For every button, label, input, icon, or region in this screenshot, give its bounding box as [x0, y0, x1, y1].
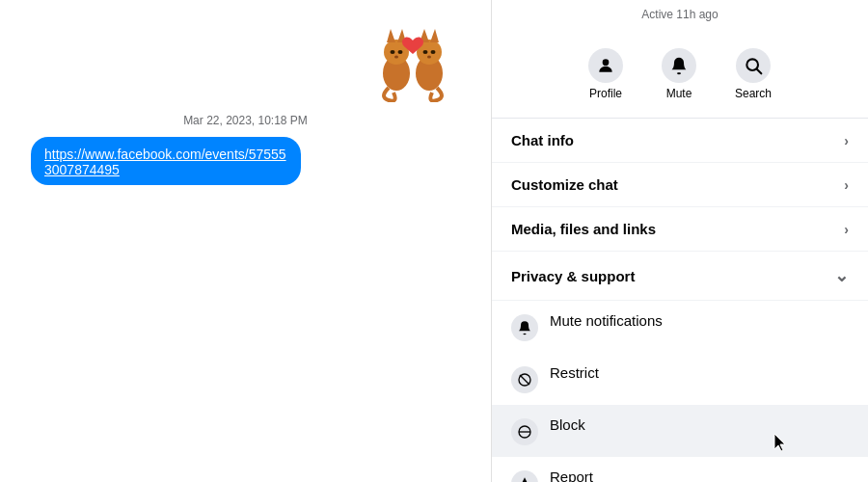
privacy-item-block[interactable]: Block	[492, 405, 868, 457]
menu-item-chat-info[interactable]: Chat info ›	[492, 119, 868, 163]
block-title: Block	[550, 416, 585, 433]
svg-point-11	[431, 50, 436, 54]
privacy-item-restrict[interactable]: Restrict	[492, 353, 868, 405]
sidebar: Active 11h ago Profile Mute	[492, 0, 868, 482]
profile-icon	[588, 48, 623, 83]
block-icon	[511, 418, 538, 445]
mute-button[interactable]: Mute	[642, 40, 716, 108]
menu-item-customize-chat[interactable]: Customize chat ›	[492, 163, 868, 207]
privacy-title: Privacy & support	[511, 268, 635, 284]
mute-notifications-content: Mute notifications	[550, 312, 663, 329]
customize-chat-chevron: ›	[844, 177, 849, 193]
chat-messages: Mar 22, 2023, 10:18 PM https://www.faceb…	[0, 0, 491, 482]
customize-chat-label: Customize chat	[511, 176, 618, 193]
privacy-header[interactable]: Privacy & support ⌄	[492, 252, 868, 301]
privacy-chevron: ⌄	[834, 265, 849, 286]
chat-info-label: Chat info	[511, 132, 574, 148]
svg-line-16	[757, 69, 762, 74]
sticker-area	[15, 15, 475, 102]
menu-list: Chat info › Customize chat › Media, file…	[492, 119, 868, 252]
privacy-section: Privacy & support ⌄ Mute notifications	[492, 252, 868, 482]
svg-marker-4	[387, 29, 395, 42]
chat-info-chevron: ›	[844, 133, 849, 148]
privacy-items: Mute notifications Restrict	[492, 301, 868, 482]
message-bubble[interactable]: https://www.facebook.com/events/57555300…	[31, 137, 301, 185]
chat-panel: Mar 22, 2023, 10:18 PM https://www.faceb…	[0, 0, 492, 482]
svg-point-8	[391, 50, 395, 54]
message-link[interactable]: https://www.facebook.com/events/57555300…	[31, 137, 301, 185]
search-label: Search	[735, 87, 772, 100]
privacy-item-mute[interactable]: Mute notifications	[492, 301, 868, 353]
svg-marker-7	[430, 29, 439, 42]
svg-point-9	[398, 50, 403, 54]
block-content: Block	[550, 416, 585, 433]
media-files-label: Media, files and links	[511, 221, 656, 237]
search-icon	[736, 48, 771, 83]
cursor-icon	[772, 432, 791, 455]
search-button[interactable]: Search	[716, 40, 791, 108]
svg-point-10	[423, 50, 428, 54]
report-content: Report Give feedback and report the conv…	[550, 469, 786, 482]
media-files-chevron: ›	[844, 222, 849, 237]
restrict-title: Restrict	[550, 364, 599, 381]
mute-notifications-icon	[511, 314, 538, 341]
top-actions: Profile Mute Search	[492, 25, 868, 119]
mute-icon	[662, 48, 696, 83]
timestamp: Mar 22, 2023, 10:18 PM	[15, 114, 475, 127]
svg-point-13	[427, 56, 431, 59]
svg-line-18	[520, 375, 529, 385]
svg-point-12	[394, 56, 398, 59]
sticker	[369, 15, 456, 102]
profile-button[interactable]: Profile	[569, 40, 642, 108]
report-icon	[511, 470, 538, 482]
report-title: Report	[550, 469, 786, 482]
privacy-item-report[interactable]: Report Give feedback and report the conv…	[492, 457, 868, 482]
restrict-content: Restrict	[550, 364, 599, 381]
mute-notifications-title: Mute notifications	[550, 312, 663, 329]
svg-point-14	[603, 59, 610, 66]
profile-label: Profile	[589, 87, 622, 100]
menu-item-media-files[interactable]: Media, files and links ›	[492, 207, 868, 252]
active-status: Active 11h ago	[492, 0, 868, 25]
restrict-icon	[511, 366, 538, 393]
mute-label: Mute	[666, 87, 692, 100]
